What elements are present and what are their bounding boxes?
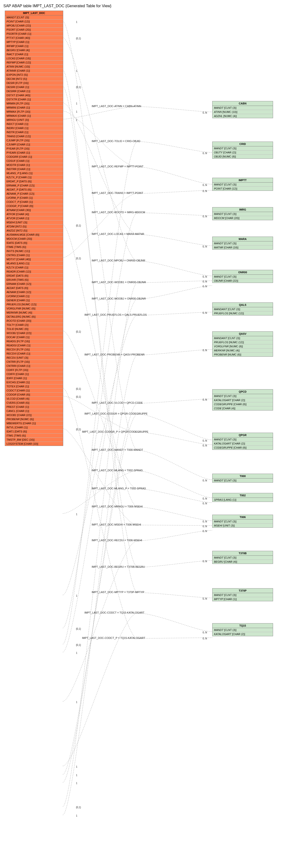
field-name: ERNAM_P xyxy=(6,184,20,187)
field-name: IDATE xyxy=(6,241,15,244)
field-type: [CHAR (2)] xyxy=(232,399,245,402)
entity-field: IDIFF [CHAR (1)] xyxy=(5,376,63,380)
entity-field: ERDAT_P [DATS (8)] xyxy=(5,180,63,184)
entity-field: WOOBJ [CHAR (22)] xyxy=(5,331,63,335)
field-type: [CHAR (20)] xyxy=(18,237,32,240)
field-name: MANDT xyxy=(214,593,224,596)
entity-field: PYEARI [CHAR (1)] xyxy=(5,151,63,155)
cardinality-right: 0..N xyxy=(202,398,207,401)
entity-header: T002 xyxy=(213,493,273,498)
entity-field: MSEHI [UNIT (3)] xyxy=(5,220,63,224)
entity-field: ERUHR [TIMS (6)] xyxy=(5,278,63,282)
cardinality-left: 1 xyxy=(76,774,77,777)
field-name: DESIR xyxy=(6,82,15,85)
field-type: [CHAR (4)] xyxy=(222,407,236,410)
entity-header: QPCD xyxy=(213,390,273,394)
field-name: WOOB1 xyxy=(6,414,17,416)
field-name: IDAT1 xyxy=(6,430,14,433)
field-name: MLANG xyxy=(6,262,17,265)
entity-field: MANDT [CLNT (3)] xyxy=(213,593,273,597)
field-type: [DATS (8)] xyxy=(16,286,28,289)
cardinality-left: 1 xyxy=(76,513,77,516)
entity-field: ERNAM [CHAR (12)] xyxy=(5,282,63,286)
entity-field: AUSWAHLMGE [CHAR (8)] xyxy=(5,233,63,237)
field-type: [INT2 (5)] xyxy=(16,78,27,80)
field-name: PRUEFLOS xyxy=(6,303,22,306)
field-name: ERUHR xyxy=(6,278,17,281)
field-type: [NUMC (10)] xyxy=(222,111,237,113)
field-type: [CLNT (3)] xyxy=(224,593,237,596)
field-type: [CHAR (40)] xyxy=(17,258,31,261)
field-type: [LANG (1)] xyxy=(20,172,33,175)
field-type: [CHAR (40)] xyxy=(16,94,30,97)
field-name: MANDT xyxy=(214,628,224,631)
field-type: [INT2 (5)] xyxy=(16,229,27,232)
field-type: [DATS (8)] xyxy=(14,430,27,433)
field-name: CODGR xyxy=(6,393,17,396)
field-name: INACT xyxy=(6,53,15,56)
field-name: PROBENR xyxy=(6,418,20,421)
entity-field: IDAT1 [DATS (8)] xyxy=(5,430,63,434)
field-name: CODEGRUPPE xyxy=(214,446,233,449)
entity-field: ATVOR [CHAR (1)] xyxy=(5,216,63,220)
entity-field: IDATE [DATS (8)] xyxy=(5,241,63,245)
field-type: [CHAR (2)] xyxy=(223,151,236,154)
field-type: [CHAR (1)] xyxy=(15,426,28,429)
cardinality-left: {0,1} xyxy=(76,388,81,390)
field-type: [CHAR (1)] xyxy=(17,295,29,298)
entity-field: READGI [CHAR (1)] xyxy=(5,343,63,347)
field-type: [CLNT (3)] xyxy=(228,337,240,340)
entity-header: IMRG xyxy=(213,208,273,212)
field-type: [CHAR (10)] xyxy=(24,442,38,445)
field-name: MANDANT xyxy=(214,308,228,311)
field-type: [CHAR (1)] xyxy=(18,98,31,101)
cardinality-left: 1 xyxy=(76,70,77,72)
entity-field: ERNAM_P [CHAR (12)] xyxy=(5,184,63,188)
field-name: IDIFF xyxy=(6,377,14,380)
entity-field: MANDT [CLNT (3)] xyxy=(213,520,273,524)
entity-field: CNTRG [CHAR (1)] xyxy=(5,253,63,257)
entity-field: CODCT_P [CHAR (1)] xyxy=(5,200,63,204)
field-type: [DATS (8)] xyxy=(19,180,32,183)
entity-field: INDTR [CHAR (1)] xyxy=(5,130,63,134)
entity-field: MATNR [CHAR (18)] xyxy=(213,246,273,249)
field-name: INDTR xyxy=(6,131,15,134)
entity-field: CNTRR [FLTP (16)] xyxy=(5,360,63,364)
entity-field: MANDT [CLNT (3)] xyxy=(213,628,273,632)
cardinality-left: {0,1} xyxy=(76,224,81,227)
cardinality-left: {0,1} xyxy=(76,257,81,260)
field-name: PSORT xyxy=(6,28,17,31)
field-name: GENER xyxy=(6,299,17,302)
cardinality-left: {0,1} xyxy=(76,86,81,89)
entity-field: INACT [CHAR (1)] xyxy=(5,52,63,56)
field-type: [CHAR (1)] xyxy=(18,32,31,35)
entity-field: LOGSYSTEM [CHAR (10)] xyxy=(5,442,63,446)
entity-ref: QPGRMANDT [CLNT (3)]KATALOGART [CHAR (2)… xyxy=(212,433,273,450)
field-name: CODE xyxy=(214,407,222,410)
field-name: POINT xyxy=(6,20,15,23)
field-type: [CHAR (1)] xyxy=(15,44,28,48)
entity-field: PSORTR [CHAR (1)] xyxy=(5,32,63,36)
entity-field: READG [FLTP (16)] xyxy=(5,339,63,343)
field-name: OBJNR xyxy=(214,279,224,282)
field-type: [CHAR (12)] xyxy=(16,135,31,138)
edge-label: IMPT_LAST_DOC-MRNGU = T006-MSEHI xyxy=(92,505,143,508)
field-type: [NUMC (12)] xyxy=(22,303,36,306)
entity-field: OBJID [NUMC (8)] xyxy=(213,155,273,158)
cardinality-right: 0..N xyxy=(202,597,207,600)
entity-field: KATALOGART [CHAR (2)] xyxy=(213,398,273,402)
entity-field: MRMIN [FLTP (16)] xyxy=(5,101,63,106)
cardinality-left: 1 xyxy=(76,111,77,113)
field-type: [CHAR (2)] xyxy=(232,442,245,445)
cardinality-right: 0..N xyxy=(202,280,207,283)
entity-field: ATINN [NUMC (10)] xyxy=(5,65,63,69)
cardinality-left: {0,1} xyxy=(76,37,81,40)
edge-label: IMPT_LAST_DOC-ROOTD = IMRG-MDOCM xyxy=(92,211,145,214)
entity-field: CODEGRUPPE [CHAR (8)] xyxy=(213,402,273,406)
field-type: [CHAR (1)] xyxy=(17,69,30,72)
entity-field: ATFOR [CHAR (4)] xyxy=(5,212,63,216)
cardinality-left: 1 xyxy=(76,102,77,105)
field-type: [UNIT (3)] xyxy=(18,118,29,121)
field-type: [CHAR (1)] xyxy=(16,373,29,375)
entity-field: RECDU [UNIT (3)] xyxy=(5,356,63,360)
